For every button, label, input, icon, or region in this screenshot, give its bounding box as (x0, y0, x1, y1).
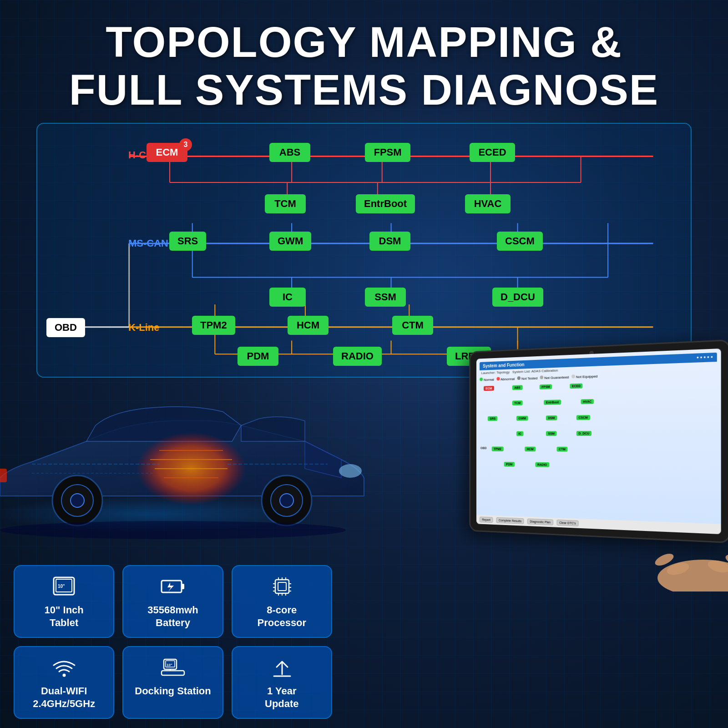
svg-point-37 (71, 494, 84, 507)
tablet-device: System and Function ● ● ● ● ● Launcher: … (460, 346, 728, 564)
battery-feature-label: 35568mwhBattery (147, 604, 198, 630)
svg-point-51 (0, 521, 346, 539)
svg-text:10": 10" (167, 663, 172, 667)
t-cscm: CSCM (576, 415, 590, 420)
t-entrboot: EntrBoot (544, 399, 561, 405)
wifi-icon (51, 657, 76, 680)
t-ic: IC (516, 431, 524, 436)
docking-feature-label: Docking Station (135, 685, 211, 698)
processor-icon (269, 576, 294, 599)
tpm2-node: TPM2 (192, 316, 235, 335)
complete-results-button[interactable]: Complete Results (496, 517, 524, 524)
kline-label: K-Line (128, 322, 159, 334)
obd-node: OBD (46, 318, 85, 337)
svg-rect-81 (162, 671, 184, 675)
svg-rect-63 (275, 580, 289, 593)
t-gwm: GWM (516, 416, 528, 421)
main-title: TOPOLOGY MAPPING & FULL SYSTEMS DIAGNOSE (0, 0, 728, 113)
svg-point-49 (339, 464, 362, 478)
t-tcm: TCM (512, 400, 523, 405)
mscan-label: MS-CAN (128, 238, 168, 249)
svg-rect-62 (182, 584, 184, 589)
tablet-legend-icons: ● ● ● ● ● (697, 354, 713, 360)
t-abs: ABS (512, 385, 523, 390)
tablet-title: System and Function (483, 362, 524, 369)
clear-dtcs-button[interactable]: Clear DTC's (556, 520, 578, 526)
t-tpm2: TPM2 (492, 446, 504, 451)
tablet-topology: ECM ABS FPSM ECED TCM EntrBoot HVAC SRS … (480, 377, 717, 483)
tablet-feature-label: 10" InchTablet (45, 604, 84, 630)
processor-feature-label: 8-coreProcessor (258, 604, 307, 630)
car-illustration (0, 341, 387, 541)
svg-rect-64 (278, 582, 286, 591)
svg-text:10": 10" (58, 584, 65, 589)
ssm-node: SSM (365, 288, 406, 307)
topology-diagram: H-CAN MS-CAN K-Line OBD ECM 3 ABS FPSM E… (36, 123, 692, 378)
ic-node: IC (269, 288, 306, 307)
feature-update: 1 YearUpdate (232, 646, 332, 719)
t-hvac: HVAC (581, 399, 594, 404)
wifi-feature-label: Dual-WIFI2.4GHz/5GHz (33, 685, 95, 711)
feature-processor: 8-coreProcessor (232, 565, 332, 638)
svg-point-40 (280, 494, 293, 507)
feature-tablet: 10" 10" InchTablet (14, 565, 114, 638)
docking-icon: 10" (160, 657, 185, 680)
feature-docking: 10" Docking Station (122, 646, 223, 719)
features-grid: 10" 10" InchTablet 35568mwhBattery (14, 565, 332, 719)
t-srs: SRS (488, 416, 498, 421)
tablet-icon: 10" (51, 576, 76, 599)
eced-node: ECED (470, 143, 515, 162)
title-line2: FULL SYSTEMS DIAGNOSE (69, 66, 659, 114)
feature-wifi: Dual-WIFI2.4GHz/5GHz (14, 646, 114, 719)
srs-node: SRS (169, 232, 206, 251)
t-eced: ECED (570, 384, 583, 389)
diagnostic-plan-button[interactable]: Diagnostic Plan (527, 519, 553, 526)
hcm-node: HCM (288, 316, 329, 335)
t-radio: RADIO (535, 462, 549, 467)
tablet-screen: System and Function ● ● ● ● ● Launcher: … (476, 349, 721, 534)
hands-illustration (646, 510, 728, 592)
update-icon (269, 657, 294, 680)
cscm-node: CSCM (497, 232, 543, 251)
t-ssm: SSM (546, 431, 557, 436)
t-hcm: HCM (525, 447, 536, 452)
ctm-node: CTM (392, 316, 433, 335)
report-button[interactable]: Report (480, 517, 493, 523)
t-ctm: CTM (557, 447, 568, 452)
tcm-node: TCM (265, 194, 306, 213)
entrboot-node: EntrBoot (356, 194, 415, 213)
svg-rect-50 (0, 469, 7, 482)
update-feature-label: 1 YearUpdate (265, 685, 299, 711)
gwm-node: GWM (269, 232, 311, 251)
svg-point-77 (63, 673, 66, 677)
feature-battery: 35568mwhBattery (122, 565, 223, 638)
t-pdm: PDM (504, 462, 515, 467)
ecm-badge: 3 (179, 138, 192, 151)
battery-icon (160, 576, 185, 599)
abs-node: ABS (269, 143, 310, 162)
fpsm-node: FPSM (365, 143, 410, 162)
t-fpsm: FPSM (540, 384, 552, 389)
ecm-node: ECM 3 (147, 143, 187, 162)
t-ddcu: D_DCU (576, 431, 592, 436)
t-ecm: ECM (484, 386, 494, 391)
t-dsm: DSM (546, 415, 557, 420)
title-line1: TOPOLOGY MAPPING & (106, 18, 622, 66)
hvac-node: HVAC (465, 194, 511, 213)
d-dcu-node: D_DCU (492, 288, 543, 307)
dsm-node: DSM (369, 232, 410, 251)
